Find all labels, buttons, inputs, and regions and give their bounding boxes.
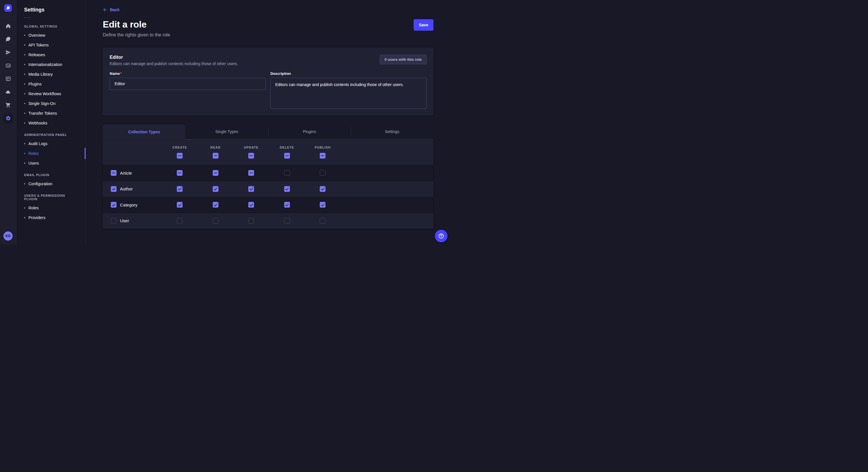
- select-row-author-checkbox[interactable]: [111, 186, 117, 192]
- back-link[interactable]: Back: [103, 7, 119, 12]
- select-row-user-checkbox[interactable]: [111, 218, 117, 224]
- author-delete-checkbox[interactable]: [284, 186, 290, 192]
- select-all-update-checkbox[interactable]: [248, 153, 254, 159]
- sidebar-item-media-library[interactable]: Media Library: [17, 69, 86, 79]
- name-label: Name*: [110, 71, 266, 76]
- permissions-panel: CREATEREADUPDATEDELETEPUBLISH ArticleAut…: [103, 139, 433, 229]
- permissions-section: Collection TypesSingle TypesPluginsSetti…: [103, 124, 433, 229]
- role-description-textarea[interactable]: Editors can manage and publish contents …: [270, 78, 427, 109]
- row-user-label-cell: User: [103, 218, 162, 224]
- category-publish-checkbox[interactable]: [320, 202, 326, 208]
- author-publish-checkbox[interactable]: [320, 186, 326, 192]
- article-publish-checkbox[interactable]: [320, 170, 326, 176]
- user-read-checkbox[interactable]: [213, 218, 218, 224]
- role-card-text: Editor Editors can manage and publish co…: [110, 55, 238, 66]
- tab-plugins[interactable]: Plugins: [268, 124, 351, 139]
- bullet-icon: [24, 103, 25, 104]
- user-delete-checkbox[interactable]: [284, 218, 290, 224]
- sidebar-section-label: GLOBAL SETTINGS: [17, 22, 86, 30]
- sidebar-item-webhooks[interactable]: Webhooks: [17, 118, 86, 128]
- select-row-article-checkbox[interactable]: [111, 170, 117, 176]
- subnav-title: Settings: [17, 7, 86, 13]
- sidebar-item-single-sign-on[interactable]: Single Sign-On: [17, 99, 86, 108]
- sidebar-item-configuration[interactable]: Configuration: [17, 179, 86, 189]
- home-icon[interactable]: [3, 21, 13, 31]
- tab-settings[interactable]: Settings: [351, 124, 433, 139]
- author-read-checkbox[interactable]: [213, 186, 218, 192]
- question-mark-icon: [438, 233, 444, 239]
- category-update-checkbox[interactable]: [248, 202, 254, 208]
- select-all-read-checkbox[interactable]: [213, 153, 218, 159]
- sidebar-item-roles[interactable]: Roles: [17, 148, 86, 158]
- user-update-checkbox[interactable]: [248, 218, 254, 224]
- layout-icon[interactable]: [3, 73, 13, 84]
- author-create-checkbox[interactable]: [177, 186, 183, 192]
- bullet-icon: [24, 123, 25, 124]
- permission-cell: [162, 218, 198, 224]
- sidebar-item-review-workflows[interactable]: Review Workflows: [17, 89, 86, 99]
- permissions-table-header: CREATEREADUPDATEDELETEPUBLISH: [103, 139, 433, 165]
- permission-cell: [162, 202, 198, 208]
- row-label: Category: [120, 202, 137, 207]
- sidebar-item-overview[interactable]: Overview: [17, 30, 86, 40]
- user-avatar[interactable]: KD: [3, 231, 12, 241]
- sidebar-item-label: Audit Logs: [28, 141, 48, 146]
- tab-collection-types[interactable]: Collection Types: [103, 124, 185, 139]
- main-content: Back Edit a role Define the rights given…: [86, 0, 450, 245]
- sidebar-section: ADMINISTRATION PANELAudit LogsRolesUsers: [17, 130, 86, 168]
- category-read-checkbox[interactable]: [213, 202, 218, 208]
- permissions-table-body: ArticleAuthorCategoryUser: [103, 165, 433, 229]
- sidebar-section: USERS & PERMISSIONS PLUGINRolesProviders: [17, 191, 86, 223]
- permission-cell: [234, 170, 269, 176]
- article-delete-checkbox[interactable]: [284, 170, 290, 176]
- sidebar-item-providers[interactable]: Providers: [17, 213, 86, 223]
- strapi-logo-icon[interactable]: [4, 4, 12, 12]
- sidebar-section-label: ADMINISTRATION PANEL: [17, 130, 86, 139]
- marketplace-cart-icon[interactable]: [3, 100, 13, 110]
- page-subtitle: Define the rights given to the role: [103, 32, 170, 38]
- bullet-icon: [24, 207, 25, 208]
- article-create-checkbox[interactable]: [177, 170, 183, 176]
- select-all-publish-checkbox[interactable]: [320, 153, 326, 159]
- sidebar-item-internationalization[interactable]: Internationalization: [17, 60, 86, 69]
- column-publish: PUBLISH: [305, 146, 341, 159]
- category-create-checkbox[interactable]: [177, 202, 183, 208]
- role-name-input[interactable]: [110, 78, 266, 90]
- article-update-checkbox[interactable]: [248, 170, 254, 176]
- sidebar-item-releases[interactable]: Releases: [17, 50, 86, 60]
- help-button[interactable]: [435, 230, 447, 242]
- select-all-create-checkbox[interactable]: [177, 153, 183, 159]
- users-with-role-button[interactable]: 0 users with this role: [380, 55, 427, 64]
- sidebar-item-label: Webhooks: [28, 121, 48, 125]
- category-delete-checkbox[interactable]: [284, 202, 290, 208]
- row-author-label-cell: Author: [103, 186, 162, 192]
- sidebar-section-label: EMAIL PLUGIN: [17, 170, 86, 179]
- select-row-category-checkbox[interactable]: [111, 202, 117, 208]
- feather-icon[interactable]: [3, 34, 13, 44]
- paper-plane-icon[interactable]: [3, 47, 13, 57]
- sidebar-item-audit-logs[interactable]: Audit Logs: [17, 139, 86, 148]
- cloud-icon[interactable]: [3, 87, 13, 97]
- bullet-icon: [24, 93, 25, 94]
- table-row: Category: [103, 197, 433, 213]
- user-create-checkbox[interactable]: [177, 218, 183, 224]
- save-button[interactable]: Save: [414, 19, 433, 31]
- permission-cell: [269, 202, 305, 208]
- table-row: Article: [103, 165, 433, 181]
- settings-gear-icon[interactable]: [3, 113, 13, 123]
- sidebar-item-users[interactable]: Users: [17, 158, 86, 168]
- row-category-label-cell: Category: [103, 202, 162, 208]
- sidebar-item-api-tokens[interactable]: API Tokens: [17, 40, 86, 50]
- author-update-checkbox[interactable]: [248, 186, 254, 192]
- sidebar-item-label: Providers: [28, 215, 45, 220]
- tab-single-types[interactable]: Single Types: [185, 124, 268, 139]
- icon-rail: KD: [0, 0, 17, 245]
- sidebar-item-transfer-tokens[interactable]: Transfer Tokens: [17, 108, 86, 118]
- article-read-checkbox[interactable]: [213, 170, 218, 176]
- sidebar-item-roles[interactable]: Roles: [17, 203, 86, 213]
- sidebar-item-plugins[interactable]: Plugins: [17, 79, 86, 89]
- user-publish-checkbox[interactable]: [320, 218, 326, 224]
- bullet-icon: [24, 143, 25, 144]
- select-all-delete-checkbox[interactable]: [284, 153, 290, 159]
- media-library-icon[interactable]: [3, 60, 13, 71]
